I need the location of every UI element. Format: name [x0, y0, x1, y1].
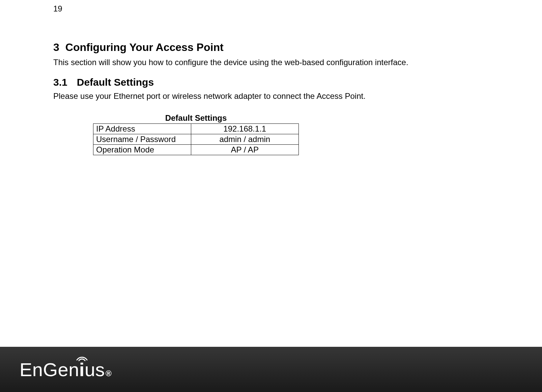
table-cell-label: Username / Password: [93, 134, 191, 144]
default-settings-table: IP Address 192.168.1.1 Username / Passwo…: [93, 123, 299, 155]
page-content: 3 Configuring Your Access Point This sec…: [53, 41, 489, 155]
subsection-title: Default Settings: [77, 77, 154, 88]
wifi-icon: [76, 353, 88, 361]
section-intro: This section will show you how to config…: [53, 57, 489, 68]
subsection-intro: Please use your Ethernet port or wireles…: [53, 91, 489, 102]
section-heading: 3 Configuring Your Access Point: [53, 41, 489, 54]
registered-mark: ®: [106, 369, 112, 378]
table-cell-label: Operation Mode: [93, 144, 191, 155]
subsection-heading: 3.1 Default Settings: [53, 77, 489, 88]
subsection-number: 3.1: [53, 77, 67, 88]
table-cell-value: AP / AP: [191, 144, 298, 155]
table-cell-value: 192.168.1.1: [191, 123, 298, 134]
default-settings-table-wrap: Default Settings IP Address 192.168.1.1 …: [93, 113, 489, 155]
table-cell-value: admin / admin: [191, 134, 298, 144]
table-row: Username / Password admin / admin: [93, 134, 299, 144]
brand-logo-text: EnGeni us: [20, 359, 105, 381]
section-title: Configuring Your Access Point: [65, 41, 224, 54]
table-row: IP Address 192.168.1.1: [93, 123, 299, 134]
brand-logo: EnGeni us®: [20, 359, 112, 381]
page-number: 19: [53, 4, 62, 13]
section-number: 3: [53, 41, 59, 54]
page-footer: EnGeni us®: [0, 347, 542, 392]
table-cell-label: IP Address: [93, 123, 191, 134]
table-caption: Default Settings: [93, 113, 299, 123]
table-row: Operation Mode AP / AP: [93, 144, 299, 155]
